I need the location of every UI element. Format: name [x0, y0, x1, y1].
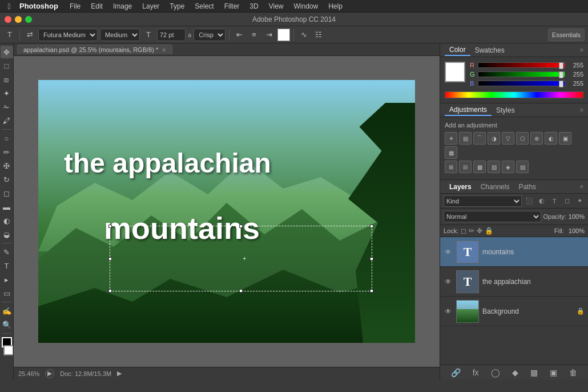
threshold-adj-icon[interactable]: ▧ — [488, 161, 500, 173]
channels-tab[interactable]: Channels — [476, 182, 514, 192]
menu-image[interactable]: Image — [108, 1, 136, 11]
photo-adj-icon[interactable]: ▣ — [559, 132, 571, 145]
menu-select[interactable]: Select — [190, 1, 218, 11]
lasso-tool[interactable]: ⦻ — [1, 73, 13, 86]
tab-close-button[interactable]: ✕ — [162, 47, 166, 53]
blur-tool[interactable]: ◐ — [1, 214, 13, 227]
blend-mode-select[interactable]: Normal — [444, 211, 541, 222]
layer-visibility-mountains[interactable]: 👁 — [444, 247, 453, 257]
gradient-map-adj-icon[interactable]: ▤ — [516, 161, 529, 173]
lock-pixels-icon[interactable]: ✏ — [469, 227, 474, 235]
layers-tab[interactable]: Layers — [445, 182, 476, 192]
b-slider-track[interactable] — [478, 81, 565, 86]
clone-stamp-tool[interactable]: ✠ — [1, 159, 13, 172]
text-orient-icon[interactable]: ⇄ — [23, 29, 36, 41]
spectrum-bar[interactable] — [445, 91, 583, 98]
swatches-tab[interactable]: Swatches — [470, 45, 509, 55]
align-right-icon[interactable]: ⇥ — [263, 29, 275, 41]
b-slider-thumb[interactable] — [559, 81, 563, 87]
link-layers-button[interactable]: 🔗 — [451, 368, 461, 377]
canvas-tab[interactable]: appalachian.psd @ 25.5% (mountains, RGB/… — [17, 45, 172, 54]
char-panel-icon[interactable]: ☷ — [312, 29, 325, 41]
fill-value[interactable]: 100% — [569, 227, 585, 234]
hsl-adj-icon[interactable]: ⬡ — [516, 132, 529, 145]
color-swatch[interactable] — [445, 62, 465, 82]
crop-tool[interactable]: ✁ — [1, 101, 13, 113]
color-panel-collapse[interactable]: ≡ — [580, 47, 583, 53]
bw-adj-icon[interactable]: ◐ — [545, 132, 557, 145]
invert-adj-icon[interactable]: ⊟ — [459, 161, 472, 173]
lock-transparent-icon[interactable]: ◻ — [461, 227, 466, 235]
eyedropper-tool[interactable]: 🖍 — [1, 114, 13, 127]
anti-alias-select[interactable]: Crisp — [194, 29, 225, 41]
layer-effects-button[interactable]: fx — [473, 368, 479, 377]
delete-layer-button[interactable]: 🗑 — [569, 368, 577, 377]
type-filter-icon[interactable]: T — [549, 196, 559, 206]
font-style-select[interactable]: Medium — [100, 29, 140, 41]
g-slider-thumb[interactable] — [559, 71, 563, 78]
status-arrow-icon[interactable]: ▶ — [45, 369, 54, 378]
type-tool[interactable]: T — [1, 259, 13, 272]
exposure-adj-icon[interactable]: ◑ — [488, 132, 500, 145]
pen-tool[interactable]: ✎ — [1, 246, 13, 258]
selectcolor-adj-icon[interactable]: ◈ — [502, 161, 514, 173]
dodge-tool[interactable]: ◒ — [1, 228, 13, 241]
history-brush-tool[interactable]: ↻ — [1, 173, 13, 186]
background-color[interactable] — [3, 345, 14, 355]
curves-adj-icon[interactable]: ⌒ — [473, 132, 486, 145]
lock-all-icon[interactable]: 🔒 — [485, 227, 493, 235]
layer-row-appalachian[interactable]: 👁 T the appalachian — [440, 267, 588, 297]
posterize-adj-icon[interactable]: ▩ — [473, 161, 486, 173]
menu-file[interactable]: File — [65, 1, 85, 11]
shape-tool[interactable]: ▭ — [1, 287, 13, 299]
eraser-tool[interactable]: ◻ — [1, 187, 13, 199]
add-mask-button[interactable]: ◯ — [491, 368, 500, 377]
g-slider-track[interactable] — [478, 71, 565, 77]
add-adjustment-button[interactable]: ◆ — [512, 368, 518, 377]
layer-kind-select[interactable]: Kind — [444, 195, 522, 207]
menu-edit[interactable]: Edit — [86, 1, 107, 11]
shape-filter-icon[interactable]: ◻ — [562, 196, 572, 206]
zoom-tool[interactable]: 🔍 — [1, 318, 13, 331]
channelmix-adj-icon[interactable]: ▦ — [445, 146, 457, 159]
layers-panel-collapse[interactable]: ≡ — [580, 183, 583, 190]
brush-tool[interactable]: ✏ — [1, 146, 13, 158]
color-tab[interactable]: Color — [445, 45, 470, 56]
pixel-filter-icon[interactable]: ⬛ — [524, 196, 534, 206]
spot-heal-tool[interactable]: ○ — [1, 132, 13, 145]
colorkup-adj-icon[interactable]: ⊞ — [445, 161, 457, 173]
align-left-icon[interactable]: ⇤ — [233, 29, 245, 41]
r-slider-thumb[interactable] — [559, 62, 563, 69]
levels-adj-icon[interactable]: ▤ — [459, 132, 472, 145]
font-family-select[interactable]: Futura Medium — [38, 29, 98, 41]
layer-visibility-background[interactable]: 👁 — [444, 307, 453, 316]
quick-select-tool[interactable]: ✦ — [1, 87, 13, 99]
warp-text-icon[interactable]: ∿ — [297, 29, 310, 41]
text-color-swatch[interactable] — [277, 29, 290, 41]
menu-window[interactable]: Window — [289, 1, 323, 11]
align-center-icon[interactable]: ≡ — [248, 29, 260, 41]
layer-row-background[interactable]: 👁 Background 🔒 — [440, 297, 588, 326]
menu-type[interactable]: Type — [165, 1, 189, 11]
essentials-button[interactable]: Essentials — [548, 29, 585, 41]
r-slider-track[interactable] — [478, 62, 565, 68]
lock-position-icon[interactable]: ✥ — [477, 227, 482, 235]
colorbal-adj-icon[interactable]: ⊕ — [530, 132, 543, 145]
path-select-tool[interactable]: ▸ — [1, 273, 13, 286]
adj-panel-collapse[interactable]: ≡ — [580, 107, 583, 113]
menu-3d[interactable]: 3D — [245, 1, 263, 11]
move-tool[interactable]: ✥ — [1, 46, 13, 58]
maximize-button[interactable] — [25, 16, 32, 23]
paths-tab[interactable]: Paths — [514, 182, 541, 192]
font-size-input[interactable] — [157, 29, 186, 41]
menu-view[interactable]: View — [264, 1, 288, 11]
new-layer-button[interactable]: ▣ — [550, 368, 557, 377]
adjustments-tab[interactable]: Adjustments — [445, 105, 492, 116]
brightness-adj-icon[interactable]: ☀ — [445, 132, 457, 145]
layer-visibility-appalachian[interactable]: 👁 — [444, 277, 453, 286]
styles-tab[interactable]: Styles — [492, 105, 519, 115]
vibrance-adj-icon[interactable]: ▽ — [502, 132, 514, 145]
menu-layer[interactable]: Layer — [138, 1, 164, 11]
type-tool-icon[interactable]: T — [3, 29, 16, 41]
layer-row-mountains[interactable]: 👁 T mountains — [440, 237, 588, 267]
